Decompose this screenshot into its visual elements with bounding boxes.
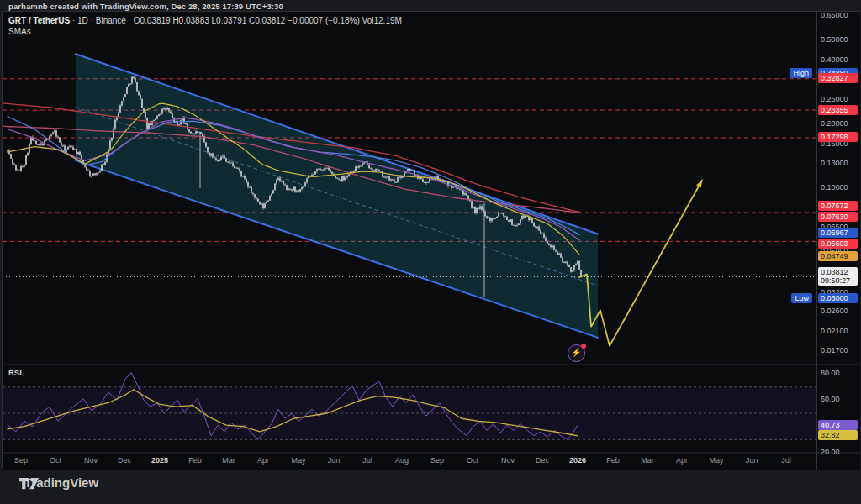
price-axis-badge[interactable]: 0.04749 [818, 251, 858, 261]
ohlc-values: O0.03819 H0.03883 L0.03791 C0.03812 −0.0… [134, 16, 402, 25]
attribution-text: parhamnb created with TradingView.com, D… [8, 2, 283, 11]
price-axis-badge[interactable]: 0.0381209:50:27 [818, 267, 858, 286]
exchange-label: Binance [96, 16, 126, 25]
tradingview-published-chart: parhamnb created with TradingView.com, D… [0, 0, 861, 504]
price-axis-badge[interactable]: 0.03000 [818, 293, 858, 303]
symbol-name[interactable]: GRT / TetherUS [8, 16, 70, 25]
time-axis-month-label: Aug [395, 456, 409, 465]
price-axis-tick: 0.13000 [821, 159, 859, 167]
time-axis-month-label: Nov [501, 456, 515, 465]
countdown-timer: 09:50:27 [821, 276, 858, 285]
time-axis-month-label: Apr [676, 456, 688, 465]
price-axis-badge[interactable]: 0.05603 [818, 239, 858, 249]
time-axis-month-label: Dec [536, 456, 549, 465]
time-axis-month-label: Feb [606, 456, 620, 465]
price-axis-tick: 0.02600 [821, 307, 859, 315]
rsi-axis-badge[interactable]: 32.82 [818, 430, 858, 440]
symbol-legend[interactable]: GRT / TetherUS · 1D · Binance O0.03819 H… [8, 16, 402, 25]
time-axis-year-label: 2026 [569, 456, 586, 465]
price-axis-tick: 0.50000 [821, 35, 859, 44]
rsi-axis-tick: 20.00 [821, 448, 859, 456]
price-axis-badge[interactable]: 0.23355 [818, 105, 858, 115]
time-axis-month-label: May [291, 456, 305, 465]
notification-dot [581, 344, 586, 349]
indicator-legend-smas[interactable]: SMAs [8, 27, 31, 36]
time-axis-month-label: Sep [430, 456, 444, 465]
legend-separator-2: · [91, 16, 93, 25]
time-axis-month-label: May [709, 456, 723, 465]
time-axis-month-label: Mar [641, 456, 654, 465]
time-axis-month-label: Jun [746, 456, 758, 465]
price-axis-tick: 0.01700 [821, 346, 859, 354]
price-axis-badge[interactable]: 0.17298 [818, 132, 858, 142]
time-axis-month-label: Feb [188, 456, 202, 465]
price-axis-tick: 0.20000 [821, 119, 859, 128]
high-label-chip: High [790, 68, 812, 78]
time-axis-month-label: Jun [328, 456, 341, 465]
price-axis-badge[interactable]: 0.32827 [818, 73, 858, 83]
price-axis-badge[interactable]: 0.05967 [818, 228, 858, 238]
time-axis-month-label: Jul [781, 456, 791, 465]
legend-separator-1: · [72, 16, 75, 25]
rsi-axis-tick: 60.00 [821, 395, 859, 403]
chart-area[interactable] [2, 11, 859, 469]
flash-event-icon[interactable]: ⚡ [568, 344, 585, 362]
price-axis-badge[interactable]: 0.07630 [818, 212, 858, 222]
time-axis-month-label: Mar [222, 456, 235, 465]
rsi-axis-badge[interactable]: 40.73 [818, 420, 858, 430]
tradingview-logo-icon [18, 475, 40, 491]
price-axis-tick: 0.02100 [821, 327, 859, 335]
price-axis-tick: 0.40000 [821, 55, 859, 64]
price-axis-tick: 0.10000 [821, 183, 859, 192]
chart-canvas[interactable] [3, 12, 860, 470]
price-axis-tick: 0.65000 [821, 11, 859, 19]
interval-label[interactable]: 1D [77, 16, 88, 25]
price-axis-badge[interactable]: 0.07672 [818, 201, 858, 211]
time-axis-month-label: Oct [50, 456, 61, 465]
price-axis-tick: 0.26000 [821, 95, 859, 103]
rsi-axis-tick: 80.00 [821, 369, 859, 377]
indicator-legend-rsi[interactable]: RSI [8, 368, 22, 377]
time-axis-year-label: 2025 [151, 456, 168, 465]
tradingview-logo[interactable]: TradingView [18, 475, 98, 490]
time-axis-month-label: Apr [257, 456, 269, 465]
time-axis-month-label: Nov [84, 456, 98, 465]
time-axis-month-label: Sep [14, 456, 28, 465]
time-axis-month-label: Jul [362, 456, 372, 465]
time-axis-month-label: Dec [118, 456, 131, 465]
low-label-chip: Low [791, 293, 812, 303]
time-axis-month-label: Oct [467, 456, 478, 465]
